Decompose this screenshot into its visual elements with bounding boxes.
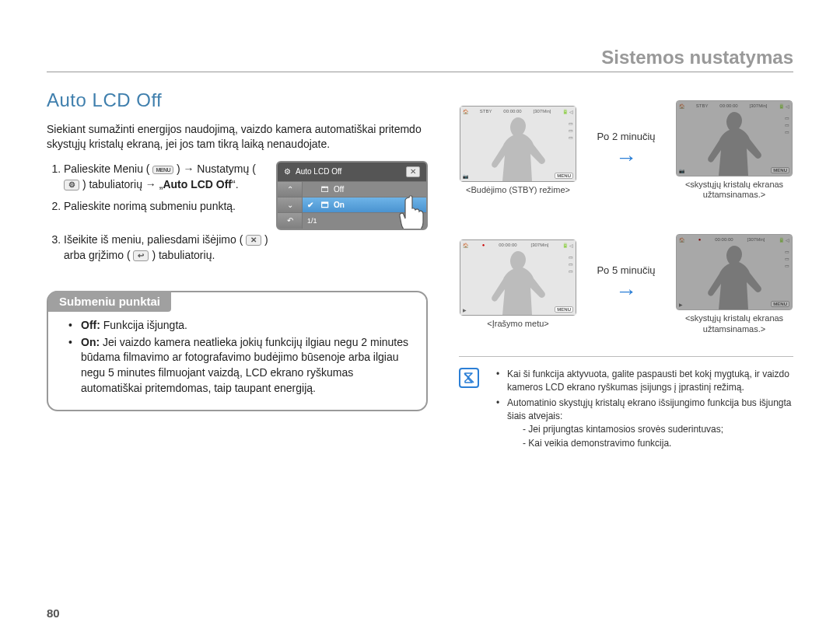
step-2: Palieskite norimą submeniu punktą. [64,198,268,214]
screen-stby: 🏠 STBY 00:00:00 [307Min] 🔋 ◁ ▭▭▭ 📷 [460,106,576,195]
off-bold: Off: [81,319,100,331]
osd-stby: STBY [480,109,492,114]
osd-remain: [307Min] [749,103,767,109]
caption-rec: <Įrašymo metu> [460,319,576,329]
note-2-lead: Automatinio skystųjų kristalų ekrano išs… [507,397,792,421]
arrow-5min: Po 5 minučių → [595,264,657,304]
step3-part-a: Išeikite iš meniu, paliesdami išėjimo ( [64,233,243,246]
osd-menu-badge: MENU [555,306,573,313]
step1-part-a: Palieskite Meniu ( [64,162,150,175]
note-2: Automatinio skystųjų kristalų ekrano išs… [499,397,793,451]
section-title: Auto LCD Off [47,89,428,111]
step1-bold: Auto LCD Off [163,178,232,190]
menu-back-icon[interactable]: ↶ [278,213,303,229]
person-silhouette-icon [702,109,772,176]
menu-header: ⚙ Auto LCD Off ✕ [278,162,426,182]
screen-rec-dim: 🏠 ● 00:00:00 [307Min] 🔋 ◁ ▭▭▭ ▶ [676,234,793,334]
step3-part-c: ) tabuliatorių. [152,249,215,261]
note-box: Kai ši funkcija aktyvuota, galite paspau… [459,356,793,452]
person-silhouette-icon [485,248,555,315]
return-icon [133,250,149,261]
osd-remain: [307Min] [533,109,551,114]
menu-icon: MENU [152,166,173,174]
close-icon [246,235,261,246]
left-column: Auto LCD Off Siekiant sumažinti energijo… [47,89,428,452]
osd-menu-badge: MENU [771,167,789,173]
osd-time: 00:00:00 [503,109,521,114]
step-3: Išeikite iš meniu, paliesdami išėjimo ( … [64,232,268,264]
arrow-right-icon: → [595,145,657,170]
menu-screenshot: ⚙ Auto LCD Off ✕ ⌃ ⌄ 🗔 [276,161,428,230]
on-desc: Jei vaizdo kamera neatlieka jokių funkci… [81,336,408,394]
intro-text: Siekiant sumažinti energijos naudojimą, … [47,122,428,152]
off-desc: Funkcija išjungta. [100,319,187,331]
arrow-label-2min: Po 2 minučių [597,131,655,142]
person-silhouette-icon [702,243,772,309]
arrow-2min: Po 2 minučių → [595,131,657,170]
osd-menu-badge: MENU [771,301,789,307]
gear-icon: ⚙ [284,167,291,176]
note-1: Kai ši funkcija aktyvuota, galite paspau… [499,368,793,395]
osd-time: 00:00:00 [719,103,737,109]
arrow-label-5min: Po 5 minučių [597,264,655,276]
osd-remain: [307Min] [747,237,765,243]
caption-dim2: <skystųjų kristalų ekranas užtamsinamas.… [676,313,793,334]
menu-item-on[interactable]: ✔ 🗔 On [303,197,426,213]
off-label: Off [334,185,344,194]
person-silhouette-icon [485,114,555,181]
chapter-title: Sistemos nustatymas [47,47,793,72]
submenu-heading: Submeniu punktai [48,291,171,312]
steps-list: Palieskite Meniu ( MENU ) → Nustatymų ( … [47,161,268,269]
scroll-up-icon[interactable]: ⌃ [278,182,302,197]
touch-hand-icon [395,193,428,230]
menu-title: Auto LCD Off [296,167,341,176]
osd-menu-badge: MENU [555,173,573,179]
scroll-down-icon[interactable]: ⌄ [278,197,302,213]
caption-dim1: <skystųjų kristalų ekranas užtamsinamas.… [676,180,793,200]
right-column: 🏠 STBY 00:00:00 [307Min] 🔋 ◁ ▭▭▭ 📷 [459,89,793,452]
step-1: Palieskite Meniu ( MENU ) → Nustatymų ( … [64,161,268,193]
on-bold: On: [81,336,100,348]
osd-remain: [307Min] [530,243,548,248]
note-2b: Kai veikia demonstravimo funkcija. [523,437,793,450]
step1-part-b: ) → Nustatymų ( [177,162,256,175]
screen-rec: 🏠 ● 00:00:00 [307Min] 🔋 ◁ ▭▭▭ ▶ [460,239,576,329]
note-2a: Jei prijungtas kintamosios srovės suderi… [523,423,793,436]
osd-time: 00:00:00 [715,237,733,243]
arrow-right-icon: → [595,279,657,304]
submenu-item-off: Off: Funkcija išjungta. [73,318,412,334]
osd-stby: STBY [696,103,709,109]
page-number: 80 [47,606,60,620]
caption-stby: <Budėjimo (STBY) režime> [460,185,576,195]
screen-stby-dim: 🏠 STBY 00:00:00 [307Min] 🔋 ◁ ▭▭▭ 📷 [676,100,793,200]
note-icon [459,368,479,388]
osd-time: 00:00:00 [499,243,516,248]
gear-icon [64,180,79,190]
step1-part-c: ) tabuliatorių → „ [82,178,163,190]
submenu-item-on: On: Jei vaizdo kamera neatlieka jokių fu… [73,335,412,396]
step1-part-e: “. [232,178,239,190]
menu-close-icon[interactable]: ✕ [406,166,420,177]
on-label: On [334,201,345,209]
submenu-box: Submeniu punktai Off: Funkcija išjungta.… [47,291,428,411]
